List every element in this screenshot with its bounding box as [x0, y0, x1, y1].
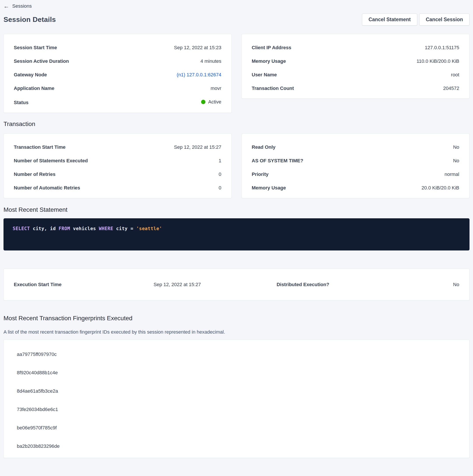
- distributed-execution-label: Distributed Execution?: [277, 282, 388, 288]
- status-active-dot-icon: [201, 100, 205, 104]
- status-badge: Active: [201, 99, 221, 105]
- detail-value: Sep 12, 2022 at 15:27: [174, 144, 221, 150]
- transaction-row: Transaction Start TimeSep 12, 2022 at 15…: [3, 134, 470, 198]
- sql-token-plain: city =: [113, 226, 136, 231]
- detail-value: movr: [211, 85, 221, 91]
- sql-token-keyword: WHERE: [99, 226, 113, 231]
- fingerprint-id: ba2b203b823296de: [17, 443, 459, 449]
- fingerprint-id: 8f920c40d88b1c4e: [17, 370, 459, 376]
- detail-row: StatusActive: [14, 99, 221, 106]
- session-details-page: ← Sessions Session Details Cancel Statem…: [0, 0, 473, 458]
- sql-token-keyword: FROM: [59, 226, 70, 231]
- detail-label: Transaction Count: [252, 85, 294, 91]
- fingerprints-section-heading: Most Recent Transaction Fingerprints Exe…: [3, 315, 470, 322]
- detail-row: Memory Usage20.0 KiB/20.0 KiB: [252, 185, 459, 191]
- detail-label: Client IP Address: [252, 45, 291, 51]
- page-title: Session Details: [3, 16, 56, 24]
- detail-value: 20.0 KiB/20.0 KiB: [422, 185, 459, 191]
- breadcrumb: ← Sessions: [3, 3, 470, 9]
- detail-value: 0: [219, 185, 221, 191]
- detail-row: Read OnlyNo: [252, 144, 459, 150]
- detail-value: root: [451, 72, 459, 78]
- back-to-sessions-link[interactable]: ← Sessions: [3, 3, 32, 9]
- detail-label: Memory Usage: [252, 58, 286, 64]
- fingerprint-id: aa79775ff097970c: [17, 351, 459, 357]
- sql-token-plain: vehicles: [70, 226, 99, 231]
- back-arrow-icon: ←: [3, 3, 9, 9]
- detail-row: User Nameroot: [252, 72, 459, 78]
- sql-token-string: 'seattle': [136, 226, 162, 231]
- transaction-props-card: Read OnlyNoAS OF SYSTEM TIME?NoPriorityn…: [242, 134, 470, 198]
- fingerprints-section-description: A list of the most recent transaction fi…: [3, 329, 470, 335]
- detail-row: AS OF SYSTEM TIME?No: [252, 158, 459, 164]
- sql-statement-text: SELECT city, id FROM vehicles WHERE city…: [13, 226, 162, 231]
- fingerprint-id: 8d4ae61a5fb3ce2a: [17, 388, 459, 394]
- detail-label: User Name: [252, 72, 277, 78]
- detail-label: Gateway Node: [14, 72, 47, 78]
- detail-value: 4 minutes: [200, 58, 221, 64]
- detail-label: Number of Retries: [14, 171, 55, 177]
- fingerprint-id: be06e9570f785c9f: [17, 425, 459, 431]
- page-header: Session Details Cancel Statement Cancel …: [3, 12, 470, 27]
- detail-row: Prioritynormal: [252, 171, 459, 177]
- detail-label: Status: [14, 100, 28, 106]
- detail-row: Transaction Start TimeSep 12, 2022 at 15…: [14, 144, 221, 150]
- distributed-execution-value: No: [388, 282, 459, 288]
- detail-label: Session Start Time: [14, 45, 57, 51]
- execution-card: Execution Start Time Sep 12, 2022 at 15:…: [3, 269, 470, 301]
- detail-row: Number of Statements Executed1: [14, 158, 221, 164]
- session-info-card: Session Start TimeSep 12, 2022 at 15:23S…: [3, 34, 232, 113]
- detail-row: Memory Usage110.0 KiB/200.0 KiB: [252, 58, 459, 64]
- detail-value: No: [453, 144, 459, 150]
- detail-row: Session Start TimeSep 12, 2022 at 15:23: [14, 45, 221, 51]
- sql-statement-box: SELECT city, id FROM vehicles WHERE city…: [3, 218, 470, 251]
- detail-label: Session Active Duration: [14, 58, 69, 64]
- detail-value: 204572: [443, 85, 459, 91]
- cancel-session-button[interactable]: Cancel Session: [419, 14, 470, 26]
- detail-label: Transaction Start Time: [14, 144, 65, 150]
- detail-row: Client IP Address127.0.0.1:51175: [252, 45, 459, 51]
- detail-value: 127.0.0.1:51175: [425, 45, 459, 51]
- fingerprints-card: aa79775ff097970c8f920c40d88b1c4e8d4ae61a…: [3, 340, 470, 458]
- detail-value: 110.0 KiB/200.0 KiB: [417, 58, 459, 64]
- statement-section-heading: Most Recent Statement: [3, 206, 470, 214]
- transaction-info-card: Transaction Start TimeSep 12, 2022 at 15…: [3, 134, 232, 198]
- detail-label: Number of Statements Executed: [14, 158, 88, 164]
- detail-row: Application Namemovr: [14, 85, 221, 91]
- detail-label: Number of Automatic Retries: [14, 185, 80, 191]
- execution-start-time-value: Sep 12, 2022 at 15:27: [147, 282, 201, 288]
- detail-label: Priority: [252, 171, 269, 177]
- status-text: Active: [208, 99, 221, 105]
- session-summary-row: Session Start TimeSep 12, 2022 at 15:23S…: [3, 34, 470, 113]
- detail-row: Number of Automatic Retries0: [14, 185, 221, 191]
- detail-row: Transaction Count204572: [252, 85, 459, 91]
- detail-value: 0: [219, 171, 221, 177]
- execution-start-time-label: Execution Start Time: [14, 282, 147, 288]
- transaction-section-heading: Transaction: [3, 120, 470, 128]
- detail-value: 1: [219, 158, 221, 164]
- cancel-statement-button[interactable]: Cancel Statement: [362, 14, 417, 26]
- back-link-label: Sessions: [12, 3, 32, 9]
- detail-value: Sep 12, 2022 at 15:23: [174, 45, 221, 51]
- fingerprint-id: 73fe26034bd6e6c1: [17, 407, 459, 413]
- client-info-card: Client IP Address127.0.0.1:51175Memory U…: [242, 34, 470, 99]
- detail-label: Application Name: [14, 85, 54, 91]
- gateway-node-link[interactable]: (n1) 127.0.0.1:62674: [177, 72, 221, 78]
- detail-label: AS OF SYSTEM TIME?: [252, 158, 303, 164]
- detail-row: Number of Retries0: [14, 171, 221, 177]
- detail-row: Session Active Duration4 minutes: [14, 58, 221, 64]
- header-actions: Cancel Statement Cancel Session: [362, 14, 470, 26]
- detail-row: Gateway Node(n1) 127.0.0.1:62674: [14, 72, 221, 78]
- sql-token-keyword: SELECT: [13, 226, 30, 231]
- detail-value: No: [453, 158, 459, 164]
- detail-value: normal: [445, 171, 459, 177]
- sql-token-plain: city, id: [30, 226, 59, 231]
- detail-label: Read Only: [252, 144, 276, 150]
- detail-label: Memory Usage: [252, 185, 286, 191]
